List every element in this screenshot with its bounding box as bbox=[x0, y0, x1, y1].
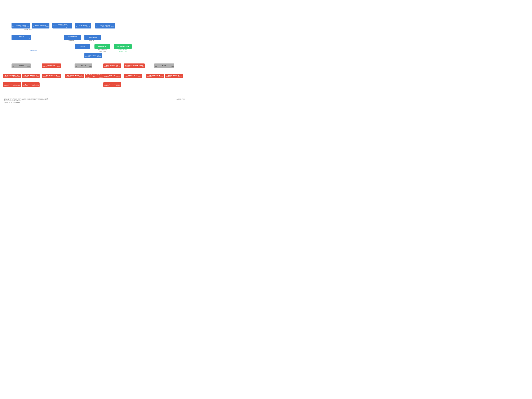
mipc-jurisdiction: Delaware bbox=[116, 76, 120, 77]
named-officers-group-label: Group bbox=[77, 38, 80, 38]
glen-node: Glen W. Hauenstein Title President bbox=[32, 23, 50, 28]
skymiles-ip-name: SkyMiles IP Ltd. bbox=[4, 83, 20, 85]
blackrock-node: BlackRock, Inc. bbox=[95, 44, 110, 49]
aero-assurance-name: Aero Assurance Ltd. bbox=[42, 75, 60, 76]
delta-vacations-jurisdiction: Minnesota bbox=[116, 66, 120, 67]
directors-role-label: Role bbox=[12, 38, 14, 38]
other-officers-node: Other Officers bbox=[84, 35, 101, 40]
skymiles-ip-holdings-jurisdiction: Cayman Islands bbox=[32, 85, 39, 86]
delta-vacations-node: Delta Vacations, LLC Jurisdiction Minnes… bbox=[103, 63, 121, 68]
energy-group-node: Energy Role Group bbox=[154, 63, 174, 68]
vanguard-name: The Vanguard Group bbox=[115, 46, 131, 47]
services-role-label: Role bbox=[75, 66, 77, 67]
alain-role-label: Title bbox=[96, 26, 98, 27]
peter-name: Peter W. Carter bbox=[53, 24, 72, 25]
connectors-svg bbox=[1, 0, 187, 9]
skymiles-group-label: Group bbox=[27, 66, 30, 67]
new-sky-name: New Sky, Ltd. bbox=[42, 64, 60, 66]
delta-professional-name: Delta Professional Services, LLC bbox=[86, 74, 103, 77]
epallon-trading-node: Epallon Trading, LLC Jurisdiction Delawa… bbox=[165, 74, 183, 78]
edward-role-label: Title bbox=[12, 26, 14, 27]
glen-role-label: Title bbox=[32, 26, 34, 27]
new-sky-node: New Sky, Ltd. Jurisdiction Bermuda bbox=[42, 63, 61, 68]
skymiles-role-label: Role bbox=[12, 66, 14, 67]
services-group-label: Group bbox=[89, 66, 92, 67]
named-officers-shares: 4,409,288 Shares bbox=[64, 40, 81, 41]
footer-sources: Sources: 10-K and Proxy Statement. bbox=[4, 102, 49, 103]
alain-role: EVP & President - International bbox=[101, 26, 114, 27]
vanguard-node: The Vanguard Group bbox=[114, 44, 132, 49]
delta-material-jurisdiction: Delaware bbox=[79, 76, 83, 77]
named-officers-role-label: Role bbox=[65, 38, 67, 38]
peter-role-label: Jurisdiction bbox=[53, 25, 58, 27]
mipc-jurisdiction-label: Jurisdiction bbox=[104, 76, 109, 77]
skymiles-ip-jurisdiction: Cayman Islands bbox=[13, 85, 20, 86]
blackrock-shares: 38,133,128 Shares 5.90% Percent bbox=[95, 49, 110, 52]
footer-copyright: Copyright 2025 bbox=[177, 99, 184, 100]
epallon-trading-name: Epallon Trading, LLC bbox=[166, 75, 182, 76]
delta-jurisdiction: Delaware bbox=[97, 56, 101, 57]
services-group-name: Services bbox=[75, 64, 92, 66]
edward-role: Chief Executive Officer bbox=[20, 26, 29, 27]
endeavor-air-jurisdiction: Georgia bbox=[138, 76, 141, 77]
footer-note-text: Note: This chart shows selected owners a… bbox=[4, 97, 49, 101]
skymiles-holdings-node: SkyMiles Holdings Ltd. Jurisdiction Caym… bbox=[22, 74, 39, 78]
daniel-name: Daniel C. Jankl bbox=[76, 25, 90, 26]
named-officers-node: Named Officers Role Group bbox=[64, 35, 81, 40]
delta-material-node: Delta Material Services, LLC Jurisdictio… bbox=[65, 74, 84, 78]
skymiles-ip-finance-node: SkyMiles IP Finance Ltd. Jurisdiction Ca… bbox=[3, 74, 21, 78]
other-officers-name: Other Officers bbox=[85, 37, 101, 38]
mipc-node: MIPC, LLC Jurisdiction Delaware bbox=[103, 74, 121, 78]
endeavor-air-name: Endeavor Air, Inc. bbox=[125, 75, 141, 76]
energy-group-name: Energy bbox=[155, 64, 174, 66]
delta-flight-node: Delta Flight Products, LLC Jurisdiction … bbox=[103, 82, 121, 87]
new-sky-jurisdiction: Bermuda bbox=[56, 66, 60, 67]
skymiles-ip-node: SkyMiles IP Ltd. Jurisdiction Cayman Isl… bbox=[3, 82, 21, 87]
delta-professional-jurisdiction: Delaware bbox=[99, 77, 103, 78]
glen-role: President bbox=[45, 26, 49, 27]
epallon-trading-jurisdiction: Delaware bbox=[178, 76, 182, 77]
officers-node: Officers bbox=[75, 44, 90, 49]
skymiles-ip-finance-name: SkyMiles IP Finance Ltd. bbox=[4, 75, 20, 76]
delta-professional-jurisdiction-label: Jurisdiction bbox=[86, 77, 90, 78]
delta-main-node: Delta Air Lines, Inc. Jurisdiction Delaw… bbox=[84, 53, 102, 58]
skymiles-ip-jurisdiction-label: Jurisdiction bbox=[4, 85, 9, 86]
aero-assurance-jurisdiction-label: Jurisdiction bbox=[42, 76, 47, 77]
skymiles-holdings-name: SkyMiles Holdings Ltd. bbox=[23, 75, 39, 76]
edward-name: Edward H. Bastian bbox=[12, 25, 29, 26]
alain-name: Alain M. Bellemare bbox=[96, 25, 114, 26]
skymiles-ip-finance-jurisdiction: Cayman Islands bbox=[13, 76, 20, 77]
endeavor-air-node: Endeavor Air, Inc. Jurisdiction Georgia bbox=[124, 74, 142, 78]
skymiles-ip-finance-jurisdiction-label: Jurisdiction bbox=[4, 76, 9, 77]
skymiles-ip-holdings-name: SkyMiles IP Holdings Ltd. bbox=[23, 83, 39, 85]
blackrock-name: BlackRock, Inc. bbox=[95, 46, 109, 47]
daniel-role-label: Title bbox=[76, 26, 77, 27]
energy-role-label: Role bbox=[155, 66, 157, 67]
dal-global-node: DAL Global Technology Hub LLP Jurisdicti… bbox=[124, 63, 145, 68]
delta-professional-node: Delta Professional Services, LLC Jurisdi… bbox=[85, 74, 103, 78]
officers-name: Officers bbox=[76, 46, 89, 47]
delta-flight-jurisdiction: Delaware bbox=[116, 85, 120, 86]
alain-node: Alain M. Bellemare Title EVP & President… bbox=[95, 23, 115, 28]
other-officers-shares: 979,754 Shares bbox=[84, 40, 101, 41]
aero-assurance-jurisdiction: Vermont bbox=[57, 76, 60, 77]
daniel-role: EVP & CFO bbox=[85, 26, 90, 27]
directors-group-label: Group bbox=[27, 38, 30, 38]
delta-main-name: Delta Air Lines, Inc. bbox=[85, 54, 101, 56]
skymiles-holdings-jurisdiction: Cayman Islands bbox=[32, 76, 39, 77]
delta-flight-name: Delta Flight Products, LLC bbox=[104, 83, 120, 85]
skymiles-ip-holdings-node: SkyMiles IP Holdings Ltd. Jurisdiction C… bbox=[22, 82, 39, 87]
edward-node: Edward H. Bastian Title Chief Executive … bbox=[12, 23, 30, 28]
delta-material-name: Delta Material Services, LLC bbox=[66, 75, 83, 76]
delta-jurisdiction-label: Jurisdiction bbox=[85, 56, 90, 57]
energy-group-label: Group bbox=[171, 66, 174, 67]
dal-global-jurisdiction-label: Jurisdiction bbox=[125, 66, 130, 67]
delta-flight-jurisdiction-label: Jurisdiction bbox=[104, 85, 109, 86]
daniel-node: Daniel C. Jankl Title EVP & CFO bbox=[75, 23, 91, 28]
dal-global-jurisdiction: India bbox=[142, 66, 144, 67]
named-officers-name: Named Officers bbox=[65, 36, 80, 38]
new-sky-jurisdiction-label: Jurisdiction bbox=[42, 66, 47, 67]
monroe-energy-jurisdiction: Delaware bbox=[159, 76, 163, 77]
chart-container: Edward H. Bastian Title Chief Executive … bbox=[1, 0, 187, 9]
delta-material-jurisdiction-label: Jurisdiction bbox=[66, 76, 71, 77]
